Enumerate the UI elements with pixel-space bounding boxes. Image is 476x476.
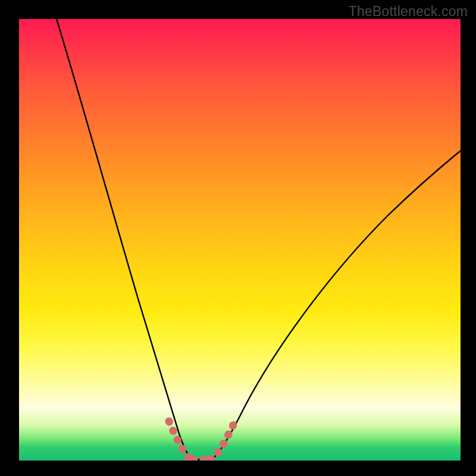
curve-group (55, 19, 461, 460)
watermark-text: TheBottleneck.com (349, 4, 468, 20)
plot-area (19, 19, 461, 461)
right-curve (212, 147, 461, 459)
highlight-group (169, 421, 234, 460)
highlight-left (169, 421, 193, 459)
highlight-right (211, 422, 234, 459)
left-curve (55, 19, 191, 459)
chart-svg (19, 19, 461, 461)
